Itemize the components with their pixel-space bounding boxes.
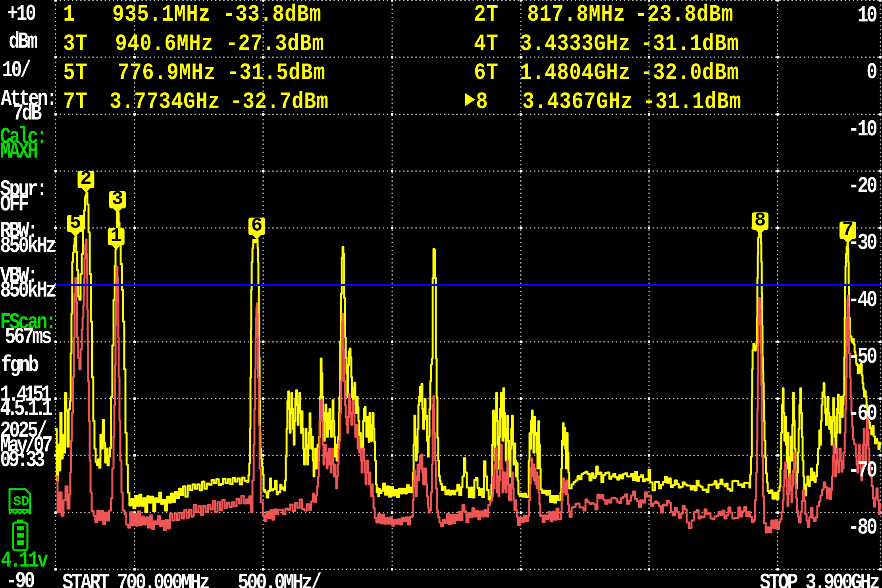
- svg-text:6T: 6T: [474, 59, 499, 86]
- svg-text:-31.5dBm: -31.5dBm: [227, 59, 325, 86]
- svg-text:MAXH: MAXH: [0, 139, 37, 165]
- svg-text:-40: -40: [848, 287, 877, 313]
- svg-text:STOP 3.900GHz: STOP 3.900GHz: [760, 570, 879, 588]
- svg-text:1.4804GHz: 1.4804GHz: [520, 59, 631, 86]
- svg-text:940.6MHz: 940.6MHz: [115, 30, 214, 57]
- svg-text:-10: -10: [848, 117, 877, 143]
- svg-text:-20: -20: [848, 174, 877, 199]
- svg-text:-50: -50: [848, 344, 877, 370]
- svg-text:5: 5: [70, 212, 81, 233]
- svg-text:776.9MHz: 776.9MHz: [117, 59, 216, 86]
- svg-text:-23.8dBm: -23.8dBm: [635, 1, 734, 28]
- svg-text:10: 10: [857, 3, 877, 29]
- svg-text:2T: 2T: [474, 1, 499, 28]
- svg-text:935.1MHz: 935.1MHz: [112, 1, 211, 28]
- svg-text:850kHz: 850kHz: [0, 278, 56, 304]
- svg-text:SD: SD: [13, 494, 29, 509]
- svg-text:1: 1: [63, 1, 75, 28]
- svg-text:4T: 4T: [474, 30, 499, 57]
- svg-text:3.4367GHz: 3.4367GHz: [522, 88, 633, 115]
- svg-text:7T: 7T: [63, 88, 88, 115]
- svg-text:OFF: OFF: [0, 192, 29, 218]
- svg-text:fgnb: fgnb: [1, 353, 39, 378]
- svg-text:+10: +10: [7, 1, 36, 27]
- svg-text:850kHz: 850kHz: [0, 233, 56, 259]
- svg-text:-32.7dBm: -32.7dBm: [230, 88, 329, 115]
- svg-text:5T: 5T: [63, 59, 88, 86]
- svg-text:6: 6: [251, 215, 262, 236]
- svg-text:3.7734GHz: 3.7734GHz: [110, 88, 220, 115]
- svg-text:-32.0dBm: -32.0dBm: [641, 59, 739, 86]
- svg-text:3T: 3T: [63, 30, 88, 57]
- svg-text:-70: -70: [848, 458, 877, 484]
- svg-text:7dB: 7dB: [13, 101, 42, 127]
- svg-text:-90: -90: [6, 569, 35, 588]
- svg-text:dBm: dBm: [9, 29, 37, 55]
- svg-text:-80: -80: [848, 515, 877, 541]
- svg-text:09:33: 09:33: [0, 447, 44, 473]
- svg-text:-27.3dBm: -27.3dBm: [226, 30, 324, 57]
- svg-text:8: 8: [476, 88, 488, 115]
- svg-text:2: 2: [80, 168, 92, 189]
- svg-text:START 700.000MHz: START 700.000MHz: [62, 570, 209, 588]
- svg-text:3.4333GHz: 3.4333GHz: [520, 30, 631, 57]
- svg-text:-33.8dBm: -33.8dBm: [223, 1, 322, 28]
- svg-text:1: 1: [110, 225, 122, 247]
- svg-text:-60: -60: [848, 401, 877, 427]
- svg-text:7: 7: [842, 219, 853, 240]
- svg-text:-31.1dBm: -31.1dBm: [641, 30, 739, 57]
- svg-text:0: 0: [867, 60, 877, 85]
- svg-text:3: 3: [112, 188, 123, 210]
- svg-text:567ms: 567ms: [5, 324, 52, 350]
- svg-text:8: 8: [754, 210, 766, 231]
- svg-text:10/: 10/: [2, 58, 31, 83]
- svg-text:-31.1dBm: -31.1dBm: [643, 88, 741, 115]
- svg-text:500.0MHz/: 500.0MHz/: [238, 570, 321, 588]
- svg-text:817.8MHz: 817.8MHz: [527, 1, 626, 28]
